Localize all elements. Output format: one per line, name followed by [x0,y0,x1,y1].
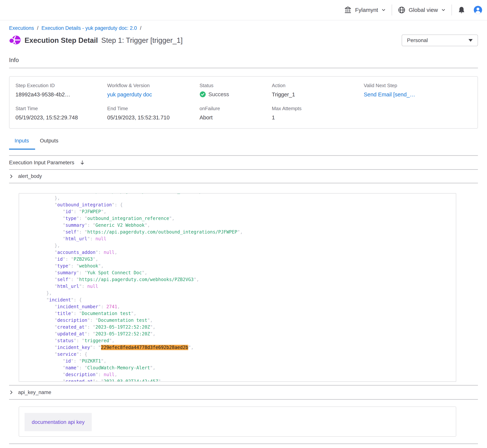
chevron-down-icon [441,8,446,12]
section-label: alert_body [18,173,42,179]
execution-input-parameters-row: Execution Input Parameters [9,155,478,170]
section-label: api_key_name [18,390,51,395]
info-field: StatusSuccess [200,83,272,98]
breadcrumb-separator: / [140,25,141,31]
status-text: Success [208,91,229,97]
tab-outputs[interactable]: Outputs [34,138,64,144]
field-label: End Time [107,106,200,112]
api-key-name-chip: documentation api key [24,413,92,431]
field-value: 18992a43-9538-4b2… [16,91,107,98]
tab-bar: InputsOutputs [9,138,478,144]
info-heading: Info [9,57,478,64]
download-arrow-icon[interactable] [80,160,85,165]
info-field: Step Execution ID18992a43-9538-4b2… [16,83,107,98]
tab-inputs[interactable]: Inputs [9,138,34,144]
status-badge: Success [200,91,272,97]
scope-select-value: Personal [407,37,428,43]
info-card: Step Execution ID18992a43-9538-4b2…Workf… [9,76,478,129]
page-title: Execution Step Detail [24,36,98,45]
json-code: "self": "https://api.pagerduty.com/webho… [19,193,456,382]
view-switcher[interactable]: Global view [398,6,446,14]
globe-icon [398,6,406,14]
field-label: onFailure [200,106,272,112]
field-value: 1 [272,114,364,121]
api-key-name-card: documentation api key [19,407,456,437]
execution-input-parameters-label: Execution Input Parameters [9,160,74,166]
field-label: Status [200,83,272,88]
breadcrumb-executions[interactable]: Executions [9,25,34,31]
field-value-link[interactable]: yuk pagerduty doc [107,91,200,98]
section-row-alert-body[interactable]: alert_body [9,170,478,183]
breadcrumb: Executions / Execution Details - yuk pag… [9,25,478,31]
top-bar: Fylamynt Global view [0,0,487,20]
section-row-api-key-value[interactable]: api_key_value [9,443,478,448]
field-value: 05/19/2023, 15:52:31.710 [107,114,200,121]
field-label: Step Execution ID [16,83,107,88]
divider [9,68,478,68]
chevron-right-icon [9,174,14,179]
view-name: Global view [409,7,438,13]
user-avatar[interactable] [473,6,482,15]
success-check-icon [200,91,206,97]
field-label: Workflow & Version [107,83,200,88]
field-value-link[interactable]: Send Email [send_… [364,91,478,98]
info-field [364,106,478,121]
divider [452,5,452,16]
info-field: Start Time05/19/2023, 15:52:29.748 [16,106,107,121]
breadcrumb-execution-details[interactable]: Execution Details - yuk pagerduty doc: 2… [41,25,137,31]
info-field: Max Attempts1 [272,106,364,121]
field-value: 05/19/2023, 15:52:29.748 [16,114,107,121]
chevron-right-icon [9,390,14,395]
scope-select[interactable]: Personal [402,34,478,46]
info-field: onFailureAbort [200,106,272,121]
info-field: Workflow & Versionyuk pagerduty doc [107,83,200,98]
bank-icon [344,6,352,14]
info-field: End Time05/19/2023, 15:52:31.710 [107,106,200,121]
chevron-down-icon [381,8,386,12]
field-value: Abort [200,114,272,121]
section-row-api-key-name[interactable]: api_key_name [9,385,478,400]
notifications-bell-icon[interactable] [458,6,465,14]
alert-body-json-viewer[interactable]: "self": "https://api.pagerduty.com/webho… [19,193,456,382]
field-label: Action [272,83,364,88]
fylamynt-logo-icon [9,34,21,47]
title-row: Execution Step Detail Step 1: Trigger [t… [9,34,478,47]
active-tab-underline [9,149,35,150]
divider [392,5,392,16]
field-value: Trigger_1 [272,91,364,98]
field-label: Start Time [16,106,107,112]
breadcrumb-separator: / [37,25,39,31]
org-name: Fylamynt [355,7,378,13]
field-label: Valid Next Step [364,83,478,88]
info-field: Valid Next StepSend Email [send_… [364,83,478,98]
field-label: Max Attempts [272,106,364,112]
org-switcher[interactable]: Fylamynt [344,6,386,14]
info-field: ActionTrigger_1 [272,83,364,98]
caret-down-icon [469,39,473,42]
page-subtitle: Step 1: Trigger [trigger_1] [101,36,183,45]
